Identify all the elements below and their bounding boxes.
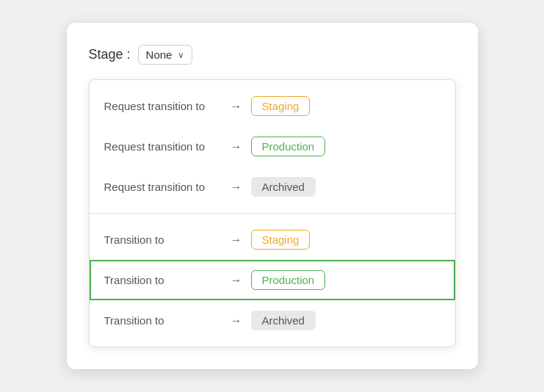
request-archived-item[interactable]: Request transition to → Archived: [90, 167, 455, 207]
request-production-item[interactable]: Request transition to → Production: [90, 126, 455, 167]
request-section: Request transition to → Staging Request …: [90, 80, 455, 213]
transition-section: Transition to → Staging Transition to → …: [90, 213, 455, 346]
transition-staging-text: Transition to: [104, 233, 222, 246]
archived-badge: Archived: [251, 311, 316, 330]
main-container: Stage : None ∨ Request transition to → S…: [67, 23, 478, 369]
arrow-icon: →: [231, 100, 242, 113]
stage-dropdown-value: None: [146, 48, 173, 61]
request-staging-text: Request transition to: [104, 100, 222, 112]
arrow-icon: →: [231, 181, 242, 194]
archived-badge: Archived: [251, 177, 316, 197]
stage-row: Stage : None ∨: [89, 45, 456, 65]
transition-staging-item[interactable]: Transition to → Staging: [90, 219, 455, 260]
transition-archived-text: Transition to: [104, 314, 222, 327]
arrow-icon: →: [231, 233, 242, 247]
transition-production-text: Transition to: [104, 274, 222, 286]
stage-label: Stage :: [89, 47, 131, 62]
production-badge: Production: [251, 137, 326, 156]
request-production-text: Request transition to: [104, 140, 222, 153]
transition-production-item[interactable]: Transition to → Production: [90, 260, 455, 300]
chevron-down-icon: ∨: [178, 50, 184, 60]
arrow-icon: →: [231, 140, 242, 153]
arrow-icon: →: [231, 274, 242, 287]
production-badge: Production: [251, 270, 326, 290]
stage-dropdown[interactable]: None ∨: [138, 45, 193, 65]
request-archived-text: Request transition to: [104, 181, 222, 193]
staging-badge: Staging: [251, 96, 311, 116]
dropdown-menu: Request transition to → Staging Request …: [89, 79, 456, 347]
request-staging-item[interactable]: Request transition to → Staging: [90, 86, 455, 126]
staging-badge: Staging: [251, 230, 311, 250]
transition-archived-item[interactable]: Transition to → Archived: [90, 300, 455, 341]
arrow-icon: →: [231, 314, 242, 327]
